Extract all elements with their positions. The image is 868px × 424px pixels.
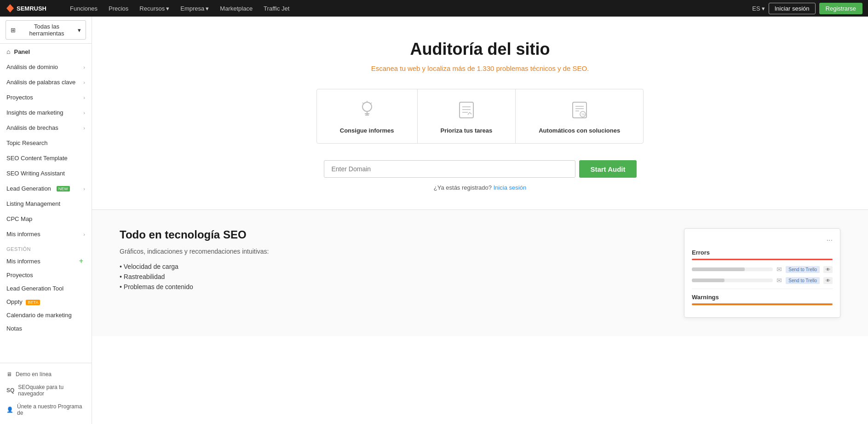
feature-reports: Consigue informes [317,89,418,143]
sub-item-proyectos[interactable]: Proyectos [0,268,92,282]
lang-chevron-icon: ▾ [762,5,765,12]
feature-reports-label: Consigue informes [340,127,394,134]
language-selector[interactable]: ES ▾ [752,5,765,12]
sidebar-bottom-demo[interactable]: 🖥 Demo en línea [0,368,92,381]
sidebar-item-lead-generation[interactable]: Lead Generation NEW › [0,181,92,196]
tools-chevron-icon: ▾ [78,27,81,34]
feature-tasks: Prioriza tus tareas [418,89,516,143]
top-right-actions: ES ▾ Iniciar sesión Registrarse [752,3,862,14]
lower-section: Todo en tecnología SEO Gráficos, indicac… [92,210,868,336]
errors-section-title: Errors [692,249,833,256]
sidebar-item-domain-analysis[interactable]: Análisis de dominio › [0,59,92,75]
sidebar: ⊞ Todas las herramientas ▾ ⌂ Panel Análi… [0,17,92,424]
beta-badge: BETA [26,300,40,305]
sidebar-item-mis-informes[interactable]: Mis informes › [0,227,92,242]
chevron-icon: › [83,125,85,131]
new-badge: NEW [57,186,70,192]
checklist-icon [455,99,478,122]
svg-marker-0 [6,4,14,12]
send-to-trello-button-2[interactable]: Send to Trello [786,277,820,284]
monitor-icon: 🖥 [6,371,12,378]
hero-features: Consigue informes Prioriza tus tareas [316,89,644,144]
list-item: Problemas de contenido [120,282,666,292]
chevron-icon: › [83,110,85,116]
lower-title: Todo en tecnología SEO [120,228,666,241]
semrush-logo[interactable]: SEMRUSH [6,3,56,13]
view-button-2[interactable]: 👁 [823,277,833,284]
list-item: Velocidad de carga [120,261,666,272]
bar-fill [692,279,724,282]
top-navigation: SEMRUSH Funciones Precios Recursos ▾ Emp… [0,0,868,17]
recursos-chevron-icon: ▾ [166,5,169,12]
nav-precios[interactable]: Precios [104,3,133,14]
feature-tasks-label: Prioriza tus tareas [441,127,493,134]
main-layout: ⊞ Todas las herramientas ▾ ⌂ Panel Análi… [0,17,868,424]
nav-marketplace[interactable]: Marketplace [215,3,257,14]
sub-item-calendario[interactable]: Calendario de marketing [0,308,92,322]
tools-grid-icon: ⊞ [11,27,16,34]
sidebar-item-seo-content-template[interactable]: SEO Content Template [0,151,92,166]
register-button[interactable]: Registrarse [819,3,862,14]
mock-bar-row-1: ✉ Send to Trello 👁 [692,266,833,273]
sidebar-item-keyword-analysis[interactable]: Análisis de palabras clave › [0,75,92,90]
sidebar-item-listing-management[interactable]: Listing Management [0,196,92,211]
start-audit-button[interactable]: Start Audit [579,160,636,178]
errors-bar [692,259,833,260]
sub-item-oppty[interactable]: Oppty BETA [0,295,92,308]
bar-background [692,267,773,271]
svg-text:%: % [581,112,585,116]
svg-rect-9 [460,102,473,118]
sidebar-item-seo-writing-assistant[interactable]: SEO Writing Assistant [0,166,92,181]
auto-solutions-icon: % [568,99,591,122]
email-icon: ✉ [776,266,782,273]
nav-recursos[interactable]: Recursos ▾ [135,3,174,14]
sq-icon: SQ [6,387,14,394]
user-icon: 👤 [6,407,13,413]
lower-subtitle: Gráficos, indicaciones y recomendaciones… [120,248,666,255]
sidebar-item-cpc-map[interactable]: CPC Map [0,211,92,227]
sub-item-notas[interactable]: Notas [0,322,92,335]
sub-item-mis-informes[interactable]: Mis informes + [0,254,92,268]
sidebar-bottom: 🖥 Demo en línea SQ SEOquake para tu nave… [0,363,92,424]
mock-errors-card: ··· Errors ✉ Send to Trello 👁 ✉ Sen [684,228,840,318]
signin-button[interactable]: Iniciar sesión [769,3,816,14]
add-informe-button[interactable]: + [77,257,85,265]
sub-item-lead-generation-tool[interactable]: Lead Generation Tool [0,282,92,295]
sidebar-item-marketing-insights[interactable]: Insights de marketing › [0,105,92,120]
mock-bar-row-2: ✉ Send to Trello 👁 [692,277,833,284]
login-link[interactable]: Inicia sesión [494,184,527,191]
hero-section: Auditoría del sitio Escanea tu web y loc… [92,17,868,210]
sidebar-bottom-seoquake[interactable]: SQ SEOquake para tu navegador [0,381,92,400]
sidebar-item-gap-analysis[interactable]: Análisis de brechas › [0,120,92,135]
bar-background [692,279,773,282]
lightbulb-icon [356,99,379,122]
login-hint: ¿Ya estás registrado? Inicia sesión [434,184,526,191]
chevron-icon: › [83,95,85,100]
all-tools-button[interactable]: ⊞ Todas las herramientas ▾ [6,20,86,40]
sidebar-item-projects[interactable]: Proyectos › [0,90,92,105]
email-icon: ✉ [776,277,782,284]
chevron-icon: › [83,232,85,237]
chevron-icon: › [83,186,85,192]
sidebar-item-panel[interactable]: ⌂ Panel [0,44,92,59]
sidebar-bottom-program[interactable]: 👤 Únete a nuestro Programa de [0,400,92,419]
home-icon: ⌂ [6,48,10,55]
feature-auto: % Automáticos con soluciones [516,89,643,143]
chevron-icon: › [83,80,85,85]
main-content: Auditoría del sitio Escanea tu web y loc… [92,17,868,424]
warnings-bar [692,303,833,305]
nav-empresa[interactable]: Empresa ▾ [176,3,213,14]
nav-funciones[interactable]: Funciones [65,3,102,14]
view-button-1[interactable]: 👁 [823,266,833,273]
nav-trafficjet[interactable]: Traffic Jet [259,3,294,14]
bar-fill [692,267,745,271]
svg-line-8 [371,103,372,104]
lower-text: Todo en tecnología SEO Gráficos, indicac… [120,228,666,318]
nav-links: Funciones Precios Recursos ▾ Empresa ▾ M… [65,3,752,14]
send-to-trello-button-1[interactable]: Send to Trello [786,266,820,273]
card-menu-dots[interactable]: ··· [692,236,833,244]
sidebar-tools-header: ⊞ Todas las herramientas ▾ [0,17,92,44]
hero-subtitle: Escanea tu web y localiza más de 1.330 p… [371,64,589,72]
domain-input[interactable] [324,160,576,178]
sidebar-item-topic-research[interactable]: Topic Research [0,135,92,151]
